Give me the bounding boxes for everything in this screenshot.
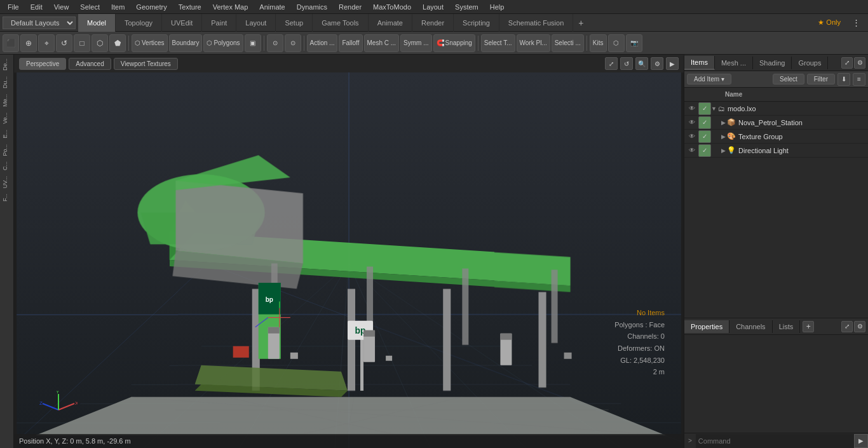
rotate-btn[interactable]: ↺ xyxy=(56,34,72,52)
sidebar-tab-de[interactable]: De... xyxy=(1,56,13,73)
menu-dynamics[interactable]: Dynamics xyxy=(292,2,332,12)
list-item-modo-lxo[interactable]: 👁 ✓ ▼ 🗂 modo.lxo xyxy=(684,102,868,116)
sidebar-tab-f[interactable]: F... xyxy=(1,191,13,204)
tab-render[interactable]: Render xyxy=(412,14,454,32)
layout-settings-btn[interactable]: ⋮ xyxy=(847,17,865,29)
paint2-btn[interactable]: ⊙ xyxy=(285,34,301,52)
tab-scripting[interactable]: Scripting xyxy=(454,14,499,32)
vp-tab-perspective[interactable]: Perspective xyxy=(19,58,66,70)
list-item-nova[interactable]: 👁 ✓ ▶ 📦 Nova_Petrol_Station xyxy=(684,116,868,130)
circle-select-btn[interactable]: ⬡ xyxy=(92,34,108,52)
menu-geometry[interactable]: Geometry xyxy=(131,2,172,12)
list-item-dirlight[interactable]: 👁 ✓ ▶ 💡 Directional Light xyxy=(684,144,868,158)
selectt-btn[interactable]: Select T... xyxy=(481,34,515,52)
tab-paint[interactable]: Paint xyxy=(202,14,236,32)
tab-schematicfusion[interactable]: Schematic Fusion xyxy=(499,14,573,32)
sidebar-tab-po[interactable]: Po... xyxy=(1,142,13,159)
vis-btn-0[interactable]: ✓ xyxy=(698,102,711,115)
tab-uvedit[interactable]: UVEdit xyxy=(162,14,202,32)
panel-tab-groups[interactable]: Groups xyxy=(792,57,828,69)
menu-view[interactable]: View xyxy=(49,2,74,12)
tab-gametools[interactable]: Game Tools xyxy=(313,14,369,32)
layout-dropdown[interactable]: Default Layouts xyxy=(3,17,76,29)
panel-settings-btn[interactable]: ⚙ xyxy=(854,57,865,69)
menu-animate[interactable]: Animate xyxy=(254,2,290,12)
polygons-btn[interactable]: ⬡Polygons xyxy=(203,34,243,52)
menu-texture[interactable]: Texture xyxy=(173,2,207,12)
tab-layout[interactable]: Layout xyxy=(236,14,276,32)
list-item-texture[interactable]: 👁 ✓ ▶ 🎨 Texture Group xyxy=(684,130,868,144)
sidebar-tab-ve[interactable]: Ve... xyxy=(1,110,13,126)
prop-add-tab-btn[interactable]: + xyxy=(803,321,814,332)
transform-btn[interactable]: ⌖ xyxy=(38,34,55,52)
filter-btn[interactable]: Filter xyxy=(807,74,835,85)
vp-reset-btn[interactable]: ↺ xyxy=(620,57,633,70)
command-input[interactable] xyxy=(696,434,854,448)
select-btn[interactable]: Select xyxy=(773,74,804,85)
add-layout-tab-btn[interactable]: + xyxy=(573,15,588,31)
camera-btn[interactable]: 📷 xyxy=(626,34,642,52)
viewport[interactable]: Perspective Advanced Viewport Textures ⤢… xyxy=(14,55,684,448)
menu-file[interactable]: File xyxy=(3,2,24,12)
panel-tab-shading[interactable]: Shading xyxy=(753,57,792,69)
vis-btn-3[interactable]: ✓ xyxy=(698,144,711,157)
paint-btn[interactable]: ⊙ xyxy=(267,34,283,52)
menu-select[interactable]: Select xyxy=(75,2,105,12)
sidebar-tab-du[interactable]: Du... xyxy=(1,74,13,91)
eye-icon-3[interactable]: 👁 xyxy=(686,144,698,157)
menu-help[interactable]: Help xyxy=(485,2,510,12)
items-sort-btn[interactable]: ⬇ xyxy=(837,73,850,86)
symm-btn[interactable]: Symm ... xyxy=(400,34,431,52)
menu-system[interactable]: System xyxy=(450,2,484,12)
panel-tab-mesh[interactable]: Mesh ... xyxy=(715,57,753,69)
prop-expand-btn[interactable]: ⤢ xyxy=(841,321,853,332)
meshc-btn[interactable]: Mesh C ... xyxy=(364,34,400,52)
tab-animate[interactable]: Animate xyxy=(369,14,412,32)
sidebar-tab-e[interactable]: E... xyxy=(1,127,13,141)
vp-maximize-btn[interactable]: ⤢ xyxy=(605,57,618,70)
sidebar-tab-uv[interactable]: UV... xyxy=(1,173,13,191)
prop-tab-lists[interactable]: Lists xyxy=(773,320,801,333)
vp-expand-btn[interactable]: ▶ xyxy=(666,57,679,70)
eye-icon-1[interactable]: 👁 xyxy=(686,116,698,129)
vertices-btn[interactable]: ⬡Vertices xyxy=(132,34,168,52)
falloff-btn[interactable]: Falloff xyxy=(339,34,362,52)
sidebar-tab-me[interactable]: Me... xyxy=(1,92,13,109)
command-go-btn[interactable]: ▶ xyxy=(854,434,868,448)
menu-layout[interactable]: Layout xyxy=(417,2,449,12)
eye-icon-0[interactable]: 👁 xyxy=(686,102,698,115)
mode-btn[interactable]: ⬛ xyxy=(3,34,19,52)
boundary-btn[interactable]: Boundary xyxy=(169,34,203,52)
vis-btn-2[interactable]: ✓ xyxy=(698,130,711,143)
tab-model[interactable]: Model xyxy=(78,14,116,32)
workpl-btn[interactable]: Work Pl... xyxy=(517,34,550,52)
eye-icon-2[interactable]: 👁 xyxy=(686,130,698,143)
vp-search-btn[interactable]: 🔍 xyxy=(635,57,648,70)
vp-tab-textures[interactable]: Viewport Textures xyxy=(114,58,178,70)
panel-tab-items[interactable]: Items xyxy=(684,56,715,70)
menu-vertexmap[interactable]: Vertex Map xyxy=(208,2,254,12)
menu-item[interactable]: Item xyxy=(106,2,130,12)
rect-select-btn[interactable]: □ xyxy=(74,34,90,52)
items-view-btn[interactable]: ≡ xyxy=(853,73,865,86)
action-btn[interactable]: Action ... xyxy=(307,34,338,52)
tab-topology[interactable]: Topology xyxy=(116,14,162,32)
panel-expand-btn[interactable]: ⤢ xyxy=(841,57,853,69)
vp-tab-advanced[interactable]: Advanced xyxy=(69,58,111,70)
menu-edit[interactable]: Edit xyxy=(25,2,48,12)
snapping-btn[interactable]: 🧲Snapping xyxy=(433,34,475,52)
prop-tab-channels[interactable]: Channels xyxy=(729,320,772,333)
kits-btn[interactable]: Kits xyxy=(590,34,607,52)
vr-btn[interactable]: ⬡ xyxy=(608,34,625,52)
prop-tab-properties[interactable]: Properties xyxy=(684,320,729,333)
prop-settings-btn[interactable]: ⚙ xyxy=(854,321,865,332)
selecti-btn[interactable]: Selecti ... xyxy=(552,34,584,52)
vis-btn-1[interactable]: ✓ xyxy=(698,116,711,129)
menu-render[interactable]: Render xyxy=(334,2,367,12)
sidebar-tab-c[interactable]: C... xyxy=(1,159,13,173)
tab-setup[interactable]: Setup xyxy=(276,14,313,32)
add-item-btn[interactable]: Add Item xyxy=(687,74,731,85)
element-btn[interactable]: ▣ xyxy=(245,34,261,52)
lasso-select-btn[interactable]: ⬟ xyxy=(109,34,126,52)
vp-settings-btn[interactable]: ⚙ xyxy=(651,57,663,70)
